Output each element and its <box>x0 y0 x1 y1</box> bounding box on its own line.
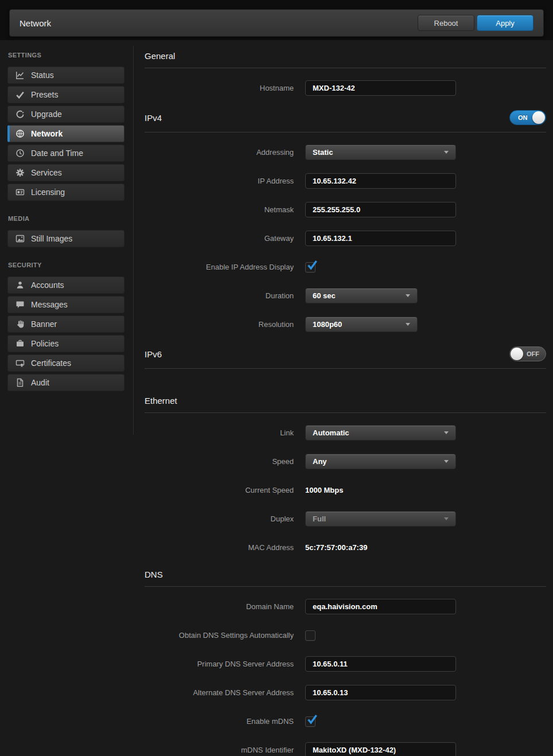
page-title: Network <box>20 18 418 28</box>
sidebar-item-label: Certificates <box>31 358 71 368</box>
netmask-row: Netmask <box>145 202 546 217</box>
enable-ip-display-checkbox[interactable] <box>305 262 316 272</box>
duplex-dropdown[interactable]: Full <box>305 511 456 527</box>
obtain-dns-checkbox[interactable] <box>305 630 316 641</box>
sidebar-group-label: SETTINGS <box>8 52 124 59</box>
section-header-ethernet: Ethernet <box>145 381 546 413</box>
ipv6-toggle[interactable]: OFF <box>509 346 546 361</box>
primary-dns-row: Primary DNS Server Address <box>145 656 546 672</box>
clock-icon <box>15 149 25 158</box>
speech-bubble-icon <box>15 300 25 309</box>
link-row: Link Automatic <box>145 425 546 441</box>
sidebar-item-messages[interactable]: Messages <box>7 296 124 313</box>
sidebar-item-certificates[interactable]: Certificates <box>7 354 124 372</box>
enable-mdns-checkbox[interactable] <box>305 716 316 727</box>
mdns-identifier-input[interactable] <box>305 742 456 756</box>
section-header-ipv6: IPv6 OFF <box>145 345 546 369</box>
addressing-value: Static <box>313 148 444 157</box>
link-value: Automatic <box>313 428 444 437</box>
resolution-row: Resolution 1080p60 <box>145 317 546 332</box>
sidebar-item-banner[interactable]: Banner <box>7 315 124 333</box>
apply-button[interactable]: Apply <box>477 15 533 31</box>
sidebar-item-presets[interactable]: Presets <box>7 86 124 103</box>
duration-dropdown[interactable]: 60 sec <box>305 288 418 303</box>
hand-icon <box>15 319 25 329</box>
sidebar-item-label: Network <box>31 129 63 138</box>
sidebar-item-services[interactable]: Services <box>7 164 124 181</box>
section-ethernet: Ethernet Link Automatic Speed Any Curren… <box>145 381 546 555</box>
image-icon <box>15 234 25 243</box>
resolution-dropdown[interactable]: 1080p60 <box>305 317 418 332</box>
section-title: DNS <box>145 570 163 579</box>
briefcase-icon <box>15 339 25 348</box>
alternate-dns-row: Alternate DNS Server Address <box>145 685 546 700</box>
chevron-down-icon <box>444 151 449 154</box>
domain-name-input[interactable] <box>305 599 456 614</box>
speed-dropdown[interactable]: Any <box>305 454 456 469</box>
section-header-dns: DNS <box>145 568 546 587</box>
duration-row: Duration 60 sec <box>145 288 546 303</box>
hostname-label: Hostname <box>145 84 305 92</box>
ip-address-input[interactable] <box>305 173 456 189</box>
checkmark-icon <box>15 90 25 99</box>
sidebar-item-status[interactable]: Status <box>7 67 124 84</box>
sidebar-item-date-and-time[interactable]: Date and Time <box>7 145 124 162</box>
primary-dns-input[interactable] <box>305 656 456 672</box>
hostname-row: Hostname <box>145 80 546 96</box>
mac-address-label: MAC Address <box>145 543 305 552</box>
resolution-value: 1080p60 <box>313 320 406 329</box>
sidebar-item-label: Upgrade <box>31 110 62 119</box>
refresh-icon <box>15 110 25 119</box>
duration-label: Duration <box>145 291 305 300</box>
sidebar-item-audit[interactable]: Audit <box>7 374 124 391</box>
obtain-dns-row: Obtain DNS Settings Automatically <box>145 628 546 643</box>
gateway-input[interactable] <box>305 231 456 246</box>
mdns-identifier-label: mDNS Identifier <box>145 746 305 754</box>
sidebar-item-still-images[interactable]: Still Images <box>7 230 124 247</box>
speed-row: Speed Any <box>145 454 546 469</box>
link-dropdown[interactable]: Automatic <box>305 425 456 441</box>
sidebar-item-policies[interactable]: Policies <box>7 335 124 352</box>
hostname-input[interactable] <box>305 80 456 96</box>
check-icon <box>306 713 318 728</box>
sidebar-group-label: SECURITY <box>8 262 124 268</box>
duplex-label: Duplex <box>145 515 305 523</box>
alternate-dns-input[interactable] <box>305 685 456 700</box>
speed-value: Any <box>313 457 444 466</box>
sidebar-group-label: MEDIA <box>8 215 124 222</box>
section-ipv4: IPv4 ON Addressing Static IP Address Net… <box>145 109 546 332</box>
section-title: IPv6 <box>145 349 162 359</box>
document-icon <box>15 378 25 387</box>
domain-name-row: Domain Name <box>145 599 546 614</box>
gateway-row: Gateway <box>145 231 546 246</box>
section-title: General <box>145 51 175 61</box>
section-title: IPv4 <box>145 113 162 123</box>
current-speed-value: 1000 Mbps <box>305 486 343 494</box>
section-dns: DNS Domain Name Obtain DNS Settings Auto… <box>145 568 546 756</box>
primary-dns-label: Primary DNS Server Address <box>145 660 305 668</box>
speed-label: Speed <box>145 457 305 466</box>
ipv4-toggle[interactable]: ON <box>509 110 546 125</box>
addressing-dropdown[interactable]: Static <box>305 145 456 160</box>
chevron-down-icon <box>444 517 449 520</box>
sidebar-item-label: Presets <box>31 90 58 99</box>
chevron-down-icon <box>444 460 449 463</box>
mac-address-row: MAC Address 5c:77:57:00:a7:39 <box>145 540 546 555</box>
reboot-button[interactable]: Reboot <box>418 15 474 31</box>
license-card-icon <box>15 188 25 197</box>
domain-name-label: Domain Name <box>145 602 305 611</box>
sidebar-item-network[interactable]: Network <box>7 125 124 142</box>
certificate-icon <box>15 358 25 368</box>
title-bar: Network Reboot Apply <box>9 9 544 37</box>
chevron-down-icon <box>444 431 449 434</box>
sidebar-item-upgrade[interactable]: Upgrade <box>7 106 124 123</box>
sidebar-item-accounts[interactable]: Accounts <box>7 276 124 294</box>
sidebar-item-licensing[interactable]: Licensing <box>7 184 124 201</box>
section-header-ipv4: IPv4 ON <box>145 109 546 133</box>
sidebar-item-label: Licensing <box>31 188 65 197</box>
duplex-value: Full <box>313 515 444 523</box>
netmask-input[interactable] <box>305 202 456 217</box>
alternate-dns-label: Alternate DNS Server Address <box>145 688 305 697</box>
resolution-label: Resolution <box>145 320 305 329</box>
toggle-state-label: OFF <box>527 347 539 361</box>
